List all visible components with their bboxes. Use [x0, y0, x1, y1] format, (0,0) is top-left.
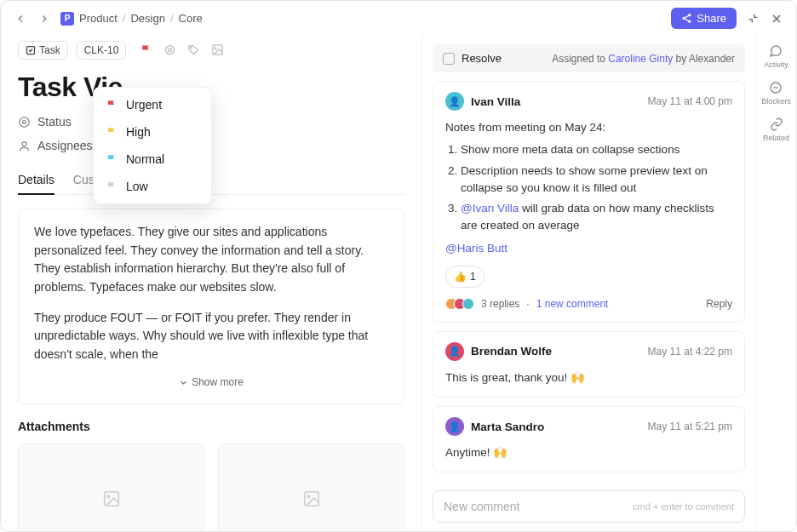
comment-text: Notes from meeting on May 24:	[445, 119, 732, 136]
svg-point-13	[20, 117, 29, 126]
blocker-icon	[769, 81, 783, 94]
comments-pane: Resolve Assigned to Caroline Ginty by Al…	[421, 36, 755, 531]
rail-activity[interactable]: Activity	[764, 44, 788, 69]
status-circle-icon[interactable]	[163, 43, 177, 57]
attachment-placeholder[interactable]	[218, 443, 404, 531]
tag-icon[interactable]	[187, 43, 201, 57]
resolve-label: Resolve	[462, 52, 502, 65]
assignee-link[interactable]: Caroline Ginty	[608, 53, 673, 65]
collapse-icon[interactable]	[745, 11, 760, 26]
close-icon[interactable]	[769, 11, 784, 26]
resolve-bar: Resolve Assigned to Caroline Ginty by Al…	[433, 44, 745, 72]
svg-point-19	[307, 495, 309, 498]
flag-icon	[106, 153, 118, 165]
attachments-heading: Attachments	[18, 420, 404, 433]
status-label: Status	[37, 115, 72, 129]
svg-line-3	[685, 15, 689, 18]
breadcrumb-item[interactable]: Core	[179, 12, 203, 25]
avatar: 👤	[445, 342, 464, 361]
description: We love typefaces. They give our sites a…	[18, 209, 404, 404]
resolve-checkbox[interactable]	[443, 53, 455, 65]
task-id-chip[interactable]: CLK-10	[77, 41, 127, 60]
rail-blockers[interactable]: Blockers	[761, 81, 791, 106]
image-icon[interactable]	[211, 43, 225, 57]
breadcrumb-separator: /	[170, 12, 174, 25]
mention[interactable]: @Ivan Villa	[461, 202, 519, 215]
workspace-icon: P	[60, 12, 74, 26]
breadcrumb-item[interactable]: Product	[79, 12, 118, 25]
priority-label: Urgent	[126, 98, 162, 112]
mention[interactable]: @Haris Butt	[445, 242, 507, 255]
svg-rect-11	[213, 45, 222, 54]
comment-icon	[769, 44, 783, 58]
comment: 👤 Marta Sandro May 11 at 5:21 pm Anytime…	[433, 406, 745, 472]
image-placeholder-icon	[102, 489, 121, 508]
nav-forward-icon[interactable]	[37, 11, 52, 26]
priority-flag-icon[interactable]	[140, 43, 153, 57]
comment-author: Marta Sandro	[471, 420, 544, 433]
svg-rect-18	[304, 492, 318, 506]
comment-time: May 11 at 4:22 pm	[648, 346, 732, 358]
new-comment-input[interactable]: New comment cmd + enter to comment	[433, 490, 745, 523]
comment-author: Brendan Wolfe	[471, 345, 552, 358]
svg-point-12	[215, 48, 216, 49]
svg-line-4	[685, 19, 689, 21]
flag-icon	[106, 99, 118, 111]
share-label: Share	[697, 12, 726, 25]
svg-point-2	[689, 20, 691, 22]
reply-button[interactable]: Reply	[706, 296, 732, 312]
reaction-button[interactable]: 👍1	[445, 266, 485, 288]
svg-rect-16	[104, 492, 118, 506]
comment-list-item: Show more meta data on collapse sections	[461, 141, 732, 158]
nav-back-icon[interactable]	[13, 11, 28, 26]
breadcrumb: P Product / Design / Core	[60, 12, 203, 26]
topbar: P Product / Design / Core Share	[1, 1, 796, 36]
svg-point-14	[23, 120, 26, 123]
svg-point-8	[166, 46, 175, 54]
share-button[interactable]: Share	[671, 8, 737, 29]
task-type-chip[interactable]: Task	[18, 41, 68, 60]
comment-time: May 11 at 4:00 pm	[648, 95, 732, 107]
comment-list-item: @Ivan Villa will grab data on how many c…	[461, 200, 732, 235]
comment-time: May 11 at 5:21 pm	[648, 420, 732, 432]
task-detail-pane: Task CLK-10 Task Vie Status As	[1, 36, 421, 531]
show-more-label: Show more	[192, 375, 244, 391]
avatar: 👤	[445, 92, 464, 111]
tab-details[interactable]: Details	[18, 173, 54, 195]
right-rail: Activity Blockers Related	[755, 36, 796, 531]
priority-option-urgent[interactable]: Urgent	[94, 91, 211, 118]
svg-point-9	[169, 49, 172, 52]
replies-count[interactable]: 3 replies	[481, 296, 519, 312]
reply-avatars	[445, 298, 474, 310]
comment: 👤 Ivan Villa May 11 at 4:00 pm Notes fro…	[433, 81, 745, 323]
description-paragraph: We love typefaces. They give our sites a…	[34, 223, 388, 297]
show-more-button[interactable]: Show more	[34, 375, 388, 391]
priority-label: Low	[126, 180, 148, 193]
new-comment-hint: cmd + enter to comment	[633, 501, 734, 512]
avatar: 👤	[445, 417, 464, 436]
priority-label: Normal	[126, 152, 164, 166]
rail-related[interactable]: Related	[763, 117, 789, 142]
breadcrumb-item[interactable]: Design	[130, 12, 164, 25]
svg-point-0	[689, 14, 691, 16]
description-paragraph: They produce FOUT — or FOIT if you prefe…	[34, 309, 388, 364]
comment-text: This is great, thank you! 🙌	[445, 369, 732, 386]
comment: 👤 Brendan Wolfe May 11 at 4:22 pm This i…	[433, 331, 745, 398]
flag-icon	[106, 126, 118, 138]
comment-text: Anytime! 🙌	[445, 444, 732, 461]
task-type-label: Task	[39, 44, 60, 56]
flag-icon	[106, 180, 118, 192]
assignees-label: Assignees	[37, 139, 93, 152]
assigned-to: Assigned to Caroline Ginty by Alexander	[552, 53, 735, 65]
image-placeholder-icon	[302, 489, 321, 508]
priority-option-normal[interactable]: Normal	[94, 146, 211, 173]
svg-point-1	[683, 17, 685, 19]
priority-option-high[interactable]: High	[94, 118, 211, 146]
svg-point-10	[191, 47, 192, 49]
comment-author: Ivan Villa	[471, 95, 520, 108]
priority-option-low[interactable]: Low	[94, 173, 211, 200]
new-comment-placeholder: New comment	[444, 500, 519, 513]
new-comment-badge[interactable]: 1 new comment	[536, 296, 609, 312]
attachment-placeholder[interactable]	[18, 443, 204, 531]
priority-label: High	[126, 125, 151, 139]
